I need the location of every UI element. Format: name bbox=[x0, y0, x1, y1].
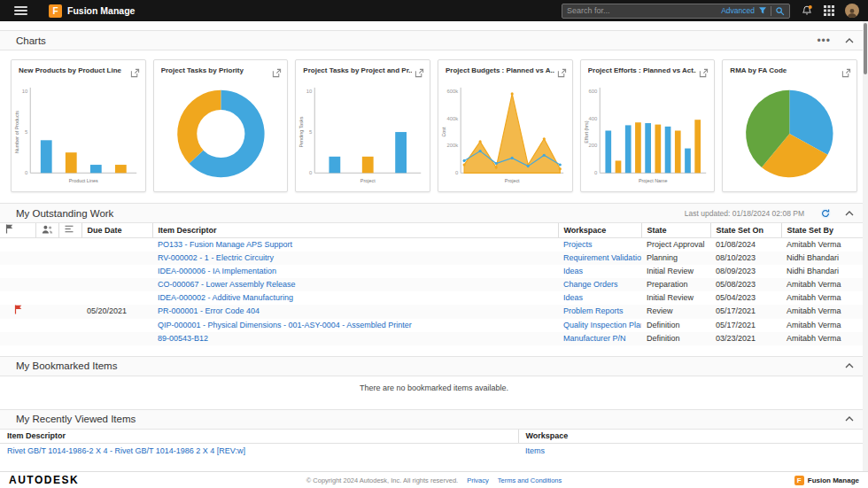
workspace-link[interactable]: Items bbox=[525, 446, 545, 455]
item-link[interactable]: RV-000002 - 1 - Electric Circuitry bbox=[158, 253, 274, 262]
topbar: F Fusion Manage Advanced bbox=[0, 0, 868, 21]
users-column-icon[interactable] bbox=[35, 223, 58, 237]
due-date-cell bbox=[81, 237, 152, 252]
item-link[interactable]: PR-000001 - Error Code 404 bbox=[158, 306, 260, 315]
workspace-link[interactable]: Ideas bbox=[563, 267, 583, 275]
scrollbar[interactable] bbox=[863, 21, 868, 471]
state-cell: Initial Review bbox=[641, 265, 710, 278]
svg-text:600k: 600k bbox=[446, 89, 458, 94]
column-header[interactable]: Due Date bbox=[81, 223, 152, 237]
charts-section-title: Charts bbox=[16, 35, 46, 46]
collapse-chevron-icon[interactable] bbox=[845, 416, 854, 422]
state-set-by-cell: Amitabh Verma bbox=[781, 291, 868, 305]
footer: AUTODESK © Copyright 2024 Autodesk, Inc.… bbox=[0, 471, 868, 488]
svg-text:200k: 200k bbox=[446, 143, 458, 148]
assignee-cell bbox=[35, 237, 58, 252]
table-row: 89-00543-B12Manufacturer P/NDefinition03… bbox=[0, 332, 868, 345]
state-cell: Initial Review bbox=[641, 291, 710, 305]
state-set-on-cell: 05/04/2023 bbox=[710, 291, 781, 305]
item-link[interactable]: CO-000067 - Lower Assembly Release bbox=[158, 280, 296, 289]
workspace-link[interactable]: Problem Reports bbox=[563, 306, 624, 315]
search-input[interactable] bbox=[567, 6, 717, 15]
flag-column-icon[interactable] bbox=[0, 223, 35, 237]
assignee-cell bbox=[35, 265, 58, 278]
bookmarked-empty-message: There are no bookmarked items available. bbox=[0, 376, 868, 400]
collapse-chevron-icon[interactable] bbox=[845, 211, 854, 216]
item-link[interactable]: PO133 - Fusion Manage APS Support bbox=[158, 240, 292, 249]
item-link[interactable]: IDEA-000006 - IA Implementation bbox=[158, 267, 276, 275]
chart-card: Project Tasks by Priority bbox=[153, 59, 289, 192]
workspace-link[interactable]: Projects bbox=[563, 240, 593, 249]
user-avatar[interactable] bbox=[845, 4, 859, 18]
advanced-search-link[interactable]: Advanced bbox=[721, 6, 755, 15]
item-link[interactable]: 89-00543-B12 bbox=[158, 334, 208, 343]
column-header[interactable]: State Set On bbox=[710, 223, 781, 237]
state-set-on-cell: 01/08/2024 bbox=[710, 237, 781, 252]
outstanding-table: Due DateItem DescriptorWorkspaceStateSta… bbox=[0, 223, 868, 345]
state-cell: Review bbox=[641, 305, 710, 319]
expand-icon[interactable] bbox=[130, 66, 140, 81]
item-descriptor-cell: RV-000002 - 1 - Electric Circuitry bbox=[152, 252, 558, 265]
assignee-cell bbox=[35, 332, 58, 345]
state-set-on-cell: 08/10/2023 bbox=[710, 252, 781, 265]
item-descriptor-cell: PO133 - Fusion Manage APS Support bbox=[152, 237, 558, 252]
state-set-on-cell: 05/17/2021 bbox=[710, 319, 781, 332]
svg-text:400: 400 bbox=[588, 116, 598, 121]
collapse-chevron-icon[interactable] bbox=[845, 363, 854, 368]
svg-text:0: 0 bbox=[455, 170, 459, 175]
item-link[interactable]: Rivet GB/T 1014-1986-2 X 4 - Rivet GB/T … bbox=[7, 446, 245, 455]
privacy-link[interactable]: Privacy bbox=[467, 476, 489, 484]
column-header[interactable]: Item Descriptor bbox=[152, 223, 558, 237]
item-link[interactable]: QIP-000001 - Physical Dimensions - 001-A… bbox=[158, 321, 412, 329]
more-options-icon[interactable]: ••• bbox=[817, 37, 831, 44]
state-set-on-cell: 03/23/2021 bbox=[710, 332, 781, 345]
filter-icon[interactable] bbox=[758, 6, 767, 15]
collapse-chevron-icon[interactable] bbox=[845, 38, 854, 43]
type-cell bbox=[58, 319, 81, 332]
hamburger-menu-icon[interactable] bbox=[14, 6, 27, 15]
notifications-bell-icon[interactable] bbox=[801, 4, 813, 17]
workspace-link[interactable]: Requirement Validations bbox=[563, 253, 641, 262]
workspace-link[interactable]: Change Orders bbox=[563, 280, 618, 289]
apps-grid-icon[interactable] bbox=[824, 5, 834, 16]
column-header[interactable]: Item Descriptor bbox=[0, 430, 518, 444]
fusion-manage-logo-icon[interactable]: F bbox=[49, 4, 62, 18]
scrollbar-thumb[interactable] bbox=[864, 23, 867, 74]
refresh-icon[interactable] bbox=[820, 208, 831, 219]
column-header[interactable]: Workspace bbox=[518, 430, 868, 444]
assignee-cell bbox=[35, 278, 58, 291]
expand-icon[interactable] bbox=[699, 66, 709, 81]
workspace-link[interactable]: Ideas bbox=[563, 293, 583, 302]
search-box[interactable]: Advanced bbox=[562, 4, 790, 19]
expand-icon[interactable] bbox=[557, 66, 567, 81]
workspace-cell: Change Orders bbox=[558, 278, 641, 291]
assignee-cell bbox=[35, 291, 58, 305]
column-header[interactable]: Workspace bbox=[558, 223, 641, 237]
search-icon[interactable] bbox=[775, 6, 785, 16]
chart-title: RMA by FA Code bbox=[730, 66, 839, 75]
item-link[interactable]: IDEA-000002 - Additive Manufacturing bbox=[158, 293, 293, 302]
rows-column-icon[interactable] bbox=[58, 223, 81, 237]
expand-icon[interactable] bbox=[415, 66, 424, 81]
flag-cell bbox=[0, 278, 35, 291]
table-row: CO-000067 - Lower Assembly ReleaseChange… bbox=[0, 278, 868, 291]
expand-icon[interactable] bbox=[841, 66, 851, 81]
workspace-link[interactable]: Quality Inspection Plans bbox=[563, 321, 641, 329]
flag-cell bbox=[0, 265, 35, 278]
svg-text:400k: 400k bbox=[446, 116, 458, 121]
terms-link[interactable]: Terms and Conditions bbox=[498, 476, 562, 484]
expand-icon[interactable] bbox=[272, 66, 282, 81]
chart-title: Project Tasks by Priority bbox=[161, 66, 270, 75]
column-header[interactable]: State bbox=[641, 223, 710, 237]
outstanding-tbody: PO133 - Fusion Manage APS SupportProject… bbox=[0, 237, 868, 345]
item-descriptor-cell: IDEA-000006 - IA Implementation bbox=[152, 265, 558, 278]
table-row: IDEA-000002 - Additive ManufacturingIdea… bbox=[0, 291, 868, 305]
workspace-link[interactable]: Manufacturer P/N bbox=[563, 334, 626, 343]
table-row: PO133 - Fusion Manage APS SupportProject… bbox=[0, 237, 868, 252]
due-date-cell bbox=[81, 319, 152, 332]
column-header[interactable]: State Set By bbox=[781, 223, 868, 237]
state-set-by-cell: Amitabh Verma bbox=[781, 237, 868, 252]
chart-canvas: 0200400600Effort (hrs)Project Name bbox=[581, 82, 715, 189]
chart-canvas bbox=[154, 82, 288, 189]
chart-title: Project Efforts : Planned vs Act... bbox=[588, 66, 697, 75]
